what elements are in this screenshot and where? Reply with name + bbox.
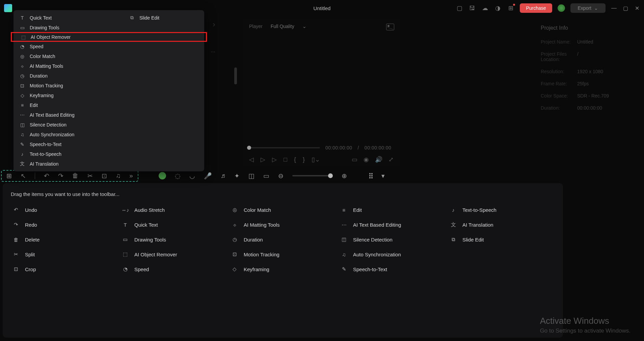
menu-item-text-to-speech[interactable]: ♪Text-to-Speech <box>14 149 204 159</box>
tool-motion-tracking[interactable]: ⊡Motion Tracking <box>230 248 336 261</box>
tool-ai-translation[interactable]: 文AI Translation <box>448 218 555 231</box>
more-tools-icon[interactable]: » <box>129 172 133 179</box>
tool-ai-matting[interactable]: ⟐AI Matting Tools <box>230 218 336 231</box>
menu-item-motion-tracking[interactable]: ⊡Motion Tracking <box>14 81 204 90</box>
render-icon[interactable]: ◌ <box>175 172 181 180</box>
stt-icon: ✎ <box>20 142 25 147</box>
menu-item-ai-translation[interactable]: 文AI Translation <box>14 159 204 169</box>
speed-icon: ◔ <box>122 265 129 273</box>
toolbar-drop-zone[interactable]: ⊞ ↖ ↶ ↷ 🗑 ✂ ⊡ ♫ » <box>1 170 138 182</box>
rect-icon: ▭ <box>20 25 25 30</box>
menu-item-duration[interactable]: ◷Duration <box>14 71 204 81</box>
globe-icon[interactable] <box>558 4 565 12</box>
next-frame-button[interactable]: ▷ <box>261 156 265 163</box>
menu-item-keyframing[interactable]: ◇Keyframing <box>14 90 204 100</box>
stop-button[interactable]: □ <box>284 156 287 163</box>
save-icon[interactable]: 🖫 <box>468 4 476 12</box>
zoom-in-icon[interactable]: ⊕ <box>342 172 347 180</box>
crop-icon[interactable]: ⊡ <box>102 172 107 180</box>
minimize-button[interactable]: — <box>611 5 617 11</box>
record-indicator[interactable] <box>159 172 166 179</box>
export-button[interactable]: Export⌄ <box>570 3 606 13</box>
tool-crop[interactable]: ⊡Crop <box>11 262 117 276</box>
split-screen-icon[interactable]: ◫ <box>248 172 254 180</box>
undo-icon[interactable]: ↶ <box>44 172 49 180</box>
picture-icon[interactable] <box>386 24 394 30</box>
tool-ai-object-remover[interactable]: ⬚AI Object Remover <box>120 248 227 261</box>
tool-redo[interactable]: ↷Redo <box>11 218 117 231</box>
quality-dropdown[interactable]: Full Quality⌄ <box>271 24 306 29</box>
zoom-slider[interactable] <box>292 175 333 176</box>
screen-icon[interactable]: ▭ <box>352 156 357 163</box>
timeline-slider[interactable] <box>249 147 320 148</box>
redo-icon: ↷ <box>12 221 20 228</box>
zoom-out-icon[interactable]: ⊖ <box>278 172 284 180</box>
menu-item-drawing-tools[interactable]: ▭Drawing Tools <box>14 23 204 32</box>
tool-audio-stretch[interactable]: ↔♪Audio Stretch <box>120 203 227 217</box>
layout-icon[interactable]: ▢ <box>456 4 463 12</box>
toolbar-customize-panel: Drag the items you want to use into the … <box>3 183 563 338</box>
tool-speed[interactable]: ◔Speed <box>120 262 227 276</box>
effects-icon[interactable]: ✦ <box>234 172 240 180</box>
keyframe-icon: ◇ <box>231 265 238 273</box>
close-button[interactable]: ✕ <box>634 5 640 11</box>
apps-icon[interactable]: ⊞ <box>507 4 514 12</box>
menu-item-speech-to-text[interactable]: ✎Speech-to-Text <box>14 139 204 149</box>
volume-icon[interactable]: 🔊 <box>375 156 382 163</box>
cloud-icon[interactable]: ☁ <box>481 4 489 12</box>
scrollbar[interactable] <box>234 67 237 84</box>
tool-slide-edit[interactable]: ⧉Slide Edit <box>448 233 555 246</box>
menu-item-quick-text[interactable]: TQuick Text <box>14 13 204 23</box>
music-icon[interactable]: ♬ <box>221 172 225 179</box>
tool-drawing[interactable]: ▭Drawing Tools <box>120 233 227 246</box>
menu-item-color-match[interactable]: ◎Color Match <box>14 51 204 61</box>
fullscreen-icon[interactable]: ⤢ <box>388 156 394 163</box>
tool-delete[interactable]: 🗑Delete <box>11 233 117 246</box>
tool-text-to-speech[interactable]: ♪Text-to-Speech <box>448 203 555 217</box>
prev-frame-button[interactable]: ◁ <box>249 156 254 163</box>
more-icon[interactable]: ⋯ <box>211 49 215 55</box>
track-dropdown-icon[interactable]: ▾ <box>381 172 385 180</box>
tool-color-match[interactable]: ◎Color Match <box>230 203 336 217</box>
play-button[interactable]: ▷ <box>272 156 277 163</box>
menu-item-edit[interactable]: ≡Edit <box>14 100 204 110</box>
menu-item-speed[interactable]: ◔Speed <box>14 41 204 51</box>
cursor-icon[interactable]: ↖ <box>21 172 26 180</box>
menu-item-ai-text-editing[interactable]: ⋯AI Text Based Editing <box>14 110 204 120</box>
project-info-panel: Project Info Project Name:Untitled Proje… <box>536 19 641 147</box>
tool-undo[interactable]: ↶Undo <box>11 203 117 217</box>
purchase-button[interactable]: Purchase <box>520 3 552 13</box>
menu-item-auto-sync[interactable]: ♫Auto Synchronization <box>14 130 204 139</box>
aspect-icon[interactable]: ▭ <box>263 172 269 180</box>
sliders-icon: ≡ <box>20 103 25 108</box>
mark-in-button[interactable]: { <box>294 156 296 163</box>
tool-silence-detection[interactable]: ◫Silence Detection <box>339 233 446 246</box>
audio-icon[interactable]: ♫ <box>116 172 120 179</box>
trash-icon[interactable]: 🗑 <box>72 172 79 179</box>
ratio-button[interactable]: ▯⌄ <box>312 156 320 163</box>
menu-item-slide-edit[interactable]: ⧉ Slide Edit <box>123 13 165 23</box>
tool-split[interactable]: ✂Split <box>11 248 117 261</box>
marker-icon[interactable]: ◡ <box>189 172 195 180</box>
chevron-right-icon[interactable]: › <box>213 20 215 29</box>
menu-item-ai-matting[interactable]: ⟐AI Matting Tools <box>14 61 204 71</box>
tool-quick-text[interactable]: TQuick Text <box>120 218 227 231</box>
tool-auto-sync[interactable]: ♫Auto Synchronization <box>339 248 446 261</box>
mic-icon[interactable]: 🎤 <box>204 172 212 180</box>
mark-out-button[interactable]: } <box>303 156 305 163</box>
tool-duration[interactable]: ◷Duration <box>230 233 336 246</box>
menu-item-ai-object-remover[interactable]: ⬚AI Object Remover <box>11 32 207 42</box>
headphones-icon[interactable]: ◑ <box>494 4 502 12</box>
tool-speech-to-text[interactable]: ✎Speech-to-Text <box>339 262 446 276</box>
tool-edit[interactable]: ≡Edit <box>339 203 446 217</box>
menu-item-silence-detection[interactable]: ◫Silence Detection <box>14 120 204 130</box>
tool-ai-text-editing[interactable]: ⋯AI Text Based Editing <box>339 218 446 231</box>
tool-keyframing[interactable]: ◇Keyframing <box>230 262 336 276</box>
scissors-icon: ✂ <box>12 251 20 258</box>
maximize-button[interactable]: ▢ <box>622 5 628 11</box>
track-view-icon[interactable] <box>369 173 373 178</box>
redo-icon[interactable]: ↷ <box>58 172 63 180</box>
snapshot-icon[interactable]: ◉ <box>364 156 369 163</box>
toolbar-grid-icon[interactable]: ⊞ <box>6 172 12 180</box>
scissors-icon[interactable]: ✂ <box>87 172 93 180</box>
